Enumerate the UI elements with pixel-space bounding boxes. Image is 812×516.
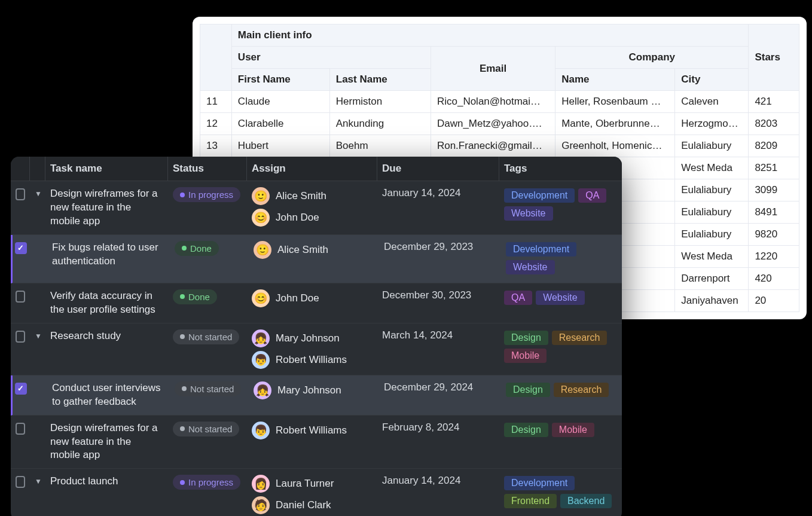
cell-city: West Meda bbox=[675, 157, 749, 179]
assignee[interactable]: 😊John Doe bbox=[252, 289, 373, 307]
tag-website[interactable]: Website bbox=[506, 260, 555, 274]
cell-city: Eulaliabury bbox=[675, 201, 749, 224]
task-row[interactable]: Design wireframes for a new feature in t… bbox=[11, 416, 622, 469]
tag-research[interactable]: Research bbox=[554, 383, 609, 397]
tag-design[interactable]: Design bbox=[504, 423, 548, 437]
tag-frontend[interactable]: Frontend bbox=[504, 494, 557, 508]
cell-company: Heller, Rosenbaum … bbox=[555, 91, 675, 113]
assignee-name: Alice Smith bbox=[277, 244, 328, 256]
tag-backend[interactable]: Backend bbox=[560, 494, 612, 508]
city-header[interactable]: City bbox=[675, 69, 749, 91]
task-row[interactable]: ▼Design wireframes for a new feature in … bbox=[11, 181, 622, 235]
avatar: 🧑 bbox=[252, 496, 270, 514]
tasks-table: Task name Status Assign Due Tags ▼Design… bbox=[11, 157, 622, 516]
tag-website[interactable]: Website bbox=[536, 291, 585, 305]
cell-city: Caleven bbox=[675, 91, 749, 113]
cell-idx: 13 bbox=[200, 135, 232, 157]
task-row[interactable]: Conduct user interviews to gather feedba… bbox=[11, 375, 622, 416]
assignee-name: John Doe bbox=[276, 292, 319, 304]
task-name: Verify data accuracy in the user profile… bbox=[45, 283, 168, 323]
assignee-name: John Doe bbox=[276, 212, 319, 224]
row-checkbox[interactable] bbox=[16, 423, 25, 435]
assignee-name: Laura Turner bbox=[276, 478, 334, 490]
assignee-name: Daniel Clark bbox=[276, 499, 331, 511]
group-header: Main client info bbox=[231, 25, 749, 47]
task-name: Fix bugs related to user authentication bbox=[47, 235, 170, 274]
status-header[interactable]: Status bbox=[168, 157, 247, 181]
tag-qa[interactable]: QA bbox=[578, 188, 606, 203]
status-badge[interactable]: In progress bbox=[173, 475, 240, 490]
expand-caret-icon[interactable]: ▼ bbox=[35, 187, 42, 198]
due-header[interactable]: Due bbox=[377, 157, 499, 181]
cell-city: Eulaliabury bbox=[675, 135, 749, 157]
status-badge[interactable]: In progress bbox=[173, 187, 240, 202]
assignee-name: Mary Johnson bbox=[276, 332, 340, 344]
assignee[interactable]: 👦Robert Williams bbox=[252, 351, 373, 369]
status-badge[interactable]: Not started bbox=[173, 422, 239, 436]
assignee[interactable]: 👦Robert Williams bbox=[252, 422, 373, 439]
status-badge[interactable]: Not started bbox=[175, 381, 241, 396]
first-name-header[interactable]: First Name bbox=[231, 69, 329, 91]
avatar: 🙂 bbox=[252, 187, 270, 205]
row-checkbox[interactable] bbox=[16, 291, 25, 303]
task-header[interactable]: Task name bbox=[45, 157, 168, 181]
user-header[interactable]: User bbox=[231, 47, 431, 69]
company-name-header[interactable]: Name bbox=[555, 69, 675, 91]
task-row[interactable]: ▼Research studyNot started👧Mary Johnson👦… bbox=[11, 323, 622, 375]
avatar: 🙂 bbox=[254, 241, 271, 259]
due-date: December 30, 2023 bbox=[377, 283, 499, 307]
assignee[interactable]: 🧑Daniel Clark bbox=[252, 496, 373, 514]
assignee[interactable]: 🙂Alice Smith bbox=[252, 187, 373, 205]
expand-caret-icon[interactable]: ▼ bbox=[35, 475, 42, 486]
stars-header[interactable]: Stars bbox=[749, 25, 799, 91]
tag-mobile[interactable]: Mobile bbox=[552, 423, 594, 437]
tag-development[interactable]: Development bbox=[504, 188, 575, 203]
row-checkbox[interactable] bbox=[16, 331, 25, 343]
row-checkbox[interactable] bbox=[16, 476, 25, 488]
due-date: February 8, 2024 bbox=[377, 416, 499, 439]
cell-stars: 8209 bbox=[749, 135, 799, 157]
task-name: Design wireframes for a new feature in t… bbox=[45, 181, 168, 234]
assignee[interactable]: 👧Mary Johnson bbox=[254, 381, 374, 399]
tag-development[interactable]: Development bbox=[504, 476, 575, 490]
row-checkbox[interactable] bbox=[16, 188, 25, 200]
tag-design[interactable]: Design bbox=[506, 383, 550, 397]
task-row[interactable]: Fix bugs related to user authenticationD… bbox=[11, 235, 622, 283]
assignee-name: Alice Smith bbox=[276, 190, 326, 202]
status-badge[interactable]: Not started bbox=[173, 329, 239, 344]
tags-header[interactable]: Tags bbox=[499, 157, 622, 181]
task-row[interactable]: ▼Product launchIn progress👩Laura Turner🧑… bbox=[11, 469, 622, 516]
row-checkbox[interactable] bbox=[15, 242, 27, 254]
status-badge[interactable]: Done bbox=[173, 289, 217, 304]
expand-caret-icon[interactable]: ▼ bbox=[35, 329, 42, 340]
assign-header[interactable]: Assign bbox=[247, 157, 377, 181]
cell-company: Mante, Oberbrunne… bbox=[555, 113, 675, 135]
cell-last: Ankunding bbox=[329, 113, 431, 135]
assignee[interactable]: 🙂Alice Smith bbox=[254, 241, 374, 259]
status-label: Not started bbox=[190, 384, 234, 394]
tag-design[interactable]: Design bbox=[504, 331, 548, 345]
table-row[interactable]: 13HubertBoehmRon.Franecki@gmail…Greenhol… bbox=[200, 135, 799, 157]
email-header[interactable]: Email bbox=[431, 47, 555, 91]
assignee[interactable]: 👧Mary Johnson bbox=[252, 329, 373, 347]
tag-qa[interactable]: QA bbox=[504, 291, 532, 305]
assignee[interactable]: 😊John Doe bbox=[252, 209, 373, 227]
company-header[interactable]: Company bbox=[555, 47, 749, 69]
table-row[interactable]: 11ClaudeHermistonRico_Nolan@hotmai…Helle… bbox=[200, 91, 799, 113]
task-row[interactable]: Verify data accuracy in the user profile… bbox=[11, 283, 622, 323]
cell-first: Clarabelle bbox=[231, 113, 329, 135]
status-badge[interactable]: Done bbox=[175, 241, 219, 256]
cell-stars: 8203 bbox=[749, 113, 799, 135]
status-label: In progress bbox=[188, 477, 233, 487]
tag-research[interactable]: Research bbox=[552, 331, 607, 345]
last-name-header[interactable]: Last Name bbox=[329, 69, 431, 91]
task-name: Product launch bbox=[45, 469, 168, 494]
row-checkbox[interactable] bbox=[15, 383, 27, 395]
tag-website[interactable]: Website bbox=[504, 206, 553, 221]
cell-company: Greenholt, Homenic… bbox=[555, 135, 675, 157]
table-row[interactable]: 12ClarabelleAnkundingDawn_Metz@yahoo….Ma… bbox=[200, 113, 799, 135]
tag-mobile[interactable]: Mobile bbox=[504, 349, 547, 363]
cell-stars: 9820 bbox=[749, 224, 799, 246]
tag-development[interactable]: Development bbox=[506, 242, 576, 257]
assignee[interactable]: 👩Laura Turner bbox=[252, 475, 373, 493]
